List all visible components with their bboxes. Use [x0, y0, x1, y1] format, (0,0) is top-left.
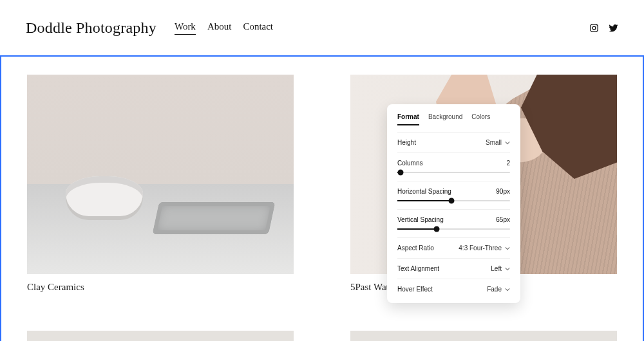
panel-tabs: Format Background Colors	[397, 113, 510, 125]
row-label: Aspect Ratio	[397, 244, 434, 252]
tab-format[interactable]: Format	[397, 113, 419, 125]
site-header: Doddle Photography Work About Contact	[0, 0, 644, 55]
tab-colors[interactable]: Colors	[471, 113, 490, 125]
card-image	[27, 75, 294, 274]
svg-point-1	[592, 26, 596, 30]
row-value: 65px	[496, 216, 510, 223]
row-value: Fade	[487, 286, 502, 293]
row-hover-effect[interactable]: Hover Effect Fade	[397, 279, 510, 299]
row-label: Columns	[397, 160, 422, 167]
nav-item-about[interactable]: About	[207, 21, 232, 35]
row-label: Height	[397, 139, 416, 146]
row-text-alignment[interactable]: Text Alignment Left	[397, 258, 510, 279]
vertical-spacing-slider[interactable]	[397, 228, 510, 230]
row-label: Hover Effect	[397, 286, 433, 293]
row-columns: Columns 2	[397, 152, 510, 181]
row-label: Text Alignment	[397, 265, 439, 272]
card-caption: Clay Ceramics	[27, 282, 294, 293]
chevron-down-icon	[505, 287, 510, 292]
row-label: Vertical Spacing	[397, 216, 444, 223]
instagram-icon[interactable]	[589, 23, 599, 33]
row-value: 90px	[496, 188, 510, 195]
row-value: 4:3 Four-Three	[459, 244, 502, 252]
format-panel: Format Background Colors Height Small Co…	[387, 104, 520, 303]
row-value: Small	[486, 139, 502, 146]
row-value: Left	[491, 265, 502, 272]
nav-item-contact[interactable]: Contact	[243, 21, 273, 35]
tab-background[interactable]: Background	[428, 113, 462, 125]
row-value: 2	[506, 160, 510, 167]
row-horizontal-spacing: Horizontal Spacing 90px	[397, 181, 510, 209]
chevron-down-icon	[505, 266, 510, 272]
main-nav: Work About Contact	[175, 21, 273, 35]
row-height[interactable]: Height Small	[397, 132, 510, 152]
row-aspect-ratio[interactable]: Aspect Ratio 4:3 Four-Three	[397, 237, 510, 258]
row-label: Horizontal Spacing	[397, 188, 451, 195]
horizontal-spacing-slider[interactable]	[397, 200, 510, 201]
portfolio-card[interactable]: Clay Ceramics	[27, 75, 294, 293]
chevron-down-icon	[505, 246, 510, 251]
site-title: Doddle Photography	[26, 19, 156, 37]
editor-canvas: Clay Ceramics 5Past Watch	[0, 55, 644, 341]
header-left: Doddle Photography Work About Contact	[26, 19, 273, 37]
portfolio-grid: Clay Ceramics 5Past Watch	[27, 75, 617, 293]
chevron-down-icon	[505, 140, 510, 145]
row-vertical-spacing: Vertical Spacing 65px	[397, 209, 510, 237]
columns-slider[interactable]	[397, 172, 510, 173]
nav-item-work[interactable]: Work	[175, 21, 196, 35]
svg-point-2	[596, 25, 596, 26]
next-row-peek	[27, 331, 617, 341]
svg-rect-0	[590, 24, 597, 31]
header-right	[589, 23, 618, 33]
twitter-icon[interactable]	[608, 23, 618, 33]
